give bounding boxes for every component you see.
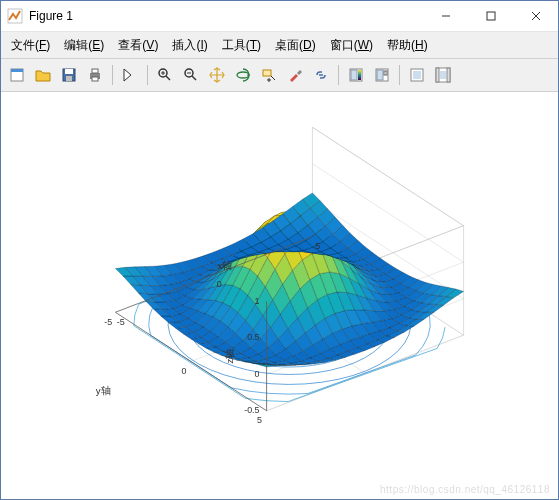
- new-figure-button[interactable]: [5, 63, 29, 87]
- zoom-out-button[interactable]: [179, 63, 203, 87]
- hide-plot-tools-button[interactable]: [405, 63, 429, 87]
- data-cursor-button[interactable]: [257, 63, 281, 87]
- svg-text:5: 5: [257, 415, 262, 425]
- svg-rect-35: [413, 71, 421, 79]
- show-plot-tools-button[interactable]: [431, 63, 455, 87]
- figure-window: Figure 1 文件(F)编辑(E)查看(V)插入(I)工具(T)桌面(D)窗…: [0, 0, 559, 500]
- rotate-3d-button[interactable]: [231, 63, 255, 87]
- toolbar: [1, 59, 558, 92]
- menubar: 文件(F)编辑(E)查看(V)插入(I)工具(T)桌面(D)窗口(W)帮助(H): [1, 32, 558, 59]
- zoom-in-button[interactable]: [153, 63, 177, 87]
- svg-rect-6: [11, 69, 23, 72]
- toolbar-separator: [147, 65, 148, 85]
- svg-rect-27: [358, 70, 361, 80]
- menu-d[interactable]: 桌面(D): [269, 35, 322, 56]
- toolbar-separator: [338, 65, 339, 85]
- maximize-button[interactable]: [468, 2, 513, 31]
- svg-point-20: [237, 72, 249, 78]
- figure-axes-area[interactable]: -0.500.51-505-505x轴y轴z轴 https://blog.csd…: [1, 92, 558, 499]
- svg-line-14: [166, 76, 170, 80]
- svg-line-22: [271, 76, 275, 80]
- svg-text:-0.5: -0.5: [244, 405, 259, 415]
- svg-text:5: 5: [315, 241, 320, 251]
- svg-rect-28: [351, 70, 357, 80]
- menu-f[interactable]: 文件(F): [5, 35, 56, 56]
- brush-button[interactable]: [283, 63, 307, 87]
- svg-rect-30: [377, 70, 383, 80]
- svg-text:y轴: y轴: [96, 385, 111, 396]
- svg-rect-12: [92, 77, 98, 81]
- svg-line-52: [312, 127, 463, 226]
- toolbar-separator: [399, 65, 400, 85]
- svg-text:-5: -5: [117, 317, 125, 327]
- svg-rect-39: [440, 71, 446, 79]
- svg-text:0.5: 0.5: [247, 332, 259, 342]
- menu-i[interactable]: 插入(I): [166, 35, 213, 56]
- pan-button[interactable]: [205, 63, 229, 87]
- print-button[interactable]: [83, 63, 107, 87]
- svg-text:0: 0: [181, 366, 186, 376]
- open-file-button[interactable]: [31, 63, 55, 87]
- svg-text:0: 0: [217, 279, 222, 289]
- menu-v[interactable]: 查看(V): [112, 35, 164, 56]
- svg-rect-21: [263, 70, 271, 76]
- titlebar: Figure 1: [1, 1, 558, 32]
- window-title: Figure 1: [29, 9, 423, 23]
- menu-h[interactable]: 帮助(H): [381, 35, 434, 56]
- svg-line-18: [192, 76, 196, 80]
- toolbar-separator: [112, 65, 113, 85]
- close-button[interactable]: [513, 2, 558, 31]
- matlab-figure-icon: [7, 8, 23, 24]
- svg-rect-2: [487, 12, 495, 20]
- watermark: https://blog.csdn.net/qq_46126118: [380, 484, 550, 495]
- axes-3d[interactable]: -0.500.51-505-505x轴y轴z轴: [51, 112, 528, 449]
- edit-plot-button[interactable]: [118, 63, 142, 87]
- svg-text:z轴: z轴: [224, 349, 235, 364]
- minimize-button[interactable]: [423, 2, 468, 31]
- menu-t[interactable]: 工具(T): [216, 35, 267, 56]
- svg-rect-9: [66, 76, 72, 81]
- svg-text:x轴: x轴: [218, 260, 233, 271]
- svg-text:0: 0: [255, 369, 260, 379]
- menu-e[interactable]: 编辑(E): [58, 35, 110, 56]
- svg-rect-8: [65, 69, 73, 74]
- svg-rect-11: [92, 69, 98, 73]
- svg-text:-5: -5: [104, 317, 112, 327]
- insert-legend-button[interactable]: [370, 63, 394, 87]
- insert-colorbar-button[interactable]: [344, 63, 368, 87]
- svg-rect-38: [447, 68, 450, 82]
- link-button[interactable]: [309, 63, 333, 87]
- svg-rect-37: [436, 68, 439, 82]
- menu-w[interactable]: 窗口(W): [324, 35, 379, 56]
- save-button[interactable]: [57, 63, 81, 87]
- svg-text:1: 1: [255, 296, 260, 306]
